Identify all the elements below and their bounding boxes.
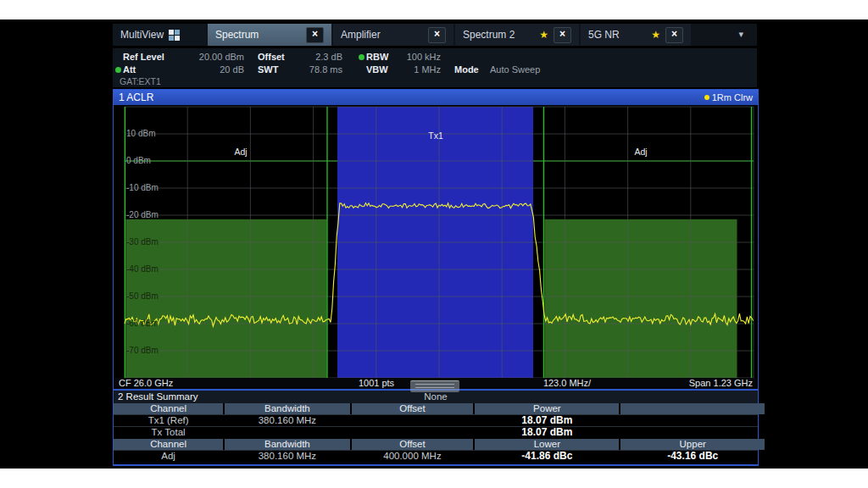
tab-amplifier-label: Amplifier (341, 29, 381, 41)
ref-level-label[interactable]: Ref Level (123, 52, 170, 62)
tab-spectrum2-label: Spectrum 2 (463, 29, 515, 41)
offset-label[interactable]: Offset (258, 52, 298, 62)
trace-color-dot-icon (704, 95, 709, 100)
trace-mode-label: 1Rm Clrw (704, 92, 753, 103)
aclr-window: 1 ACLR 1Rm Clrw 10 dBm 0 dBm -10 dBm -20… (113, 89, 759, 390)
settings-bar: Ref Level 20.00 dBm Offset 2.3 dB RBW 10… (113, 48, 757, 87)
txtotal-empty-cell (620, 427, 764, 438)
tab-spectrum2-modified-star-icon: ★ (539, 30, 548, 40)
adj-channel-cell: Adj (114, 451, 223, 462)
result-summary-window: 2 Result Summary None Channel Bandwidth … (113, 390, 759, 466)
tab-spectrum2-close-icon[interactable]: × (554, 27, 571, 43)
span-readout[interactable]: Span 1.23 GHz (689, 378, 753, 389)
adj-header-upper: Upper (620, 439, 764, 450)
ref-level-value[interactable]: 20.00 dBm (170, 52, 244, 62)
tx-table-header: Channel Bandwidth Offset Power (114, 403, 758, 414)
tab-bar: MultiView Spectrum × Amplifier × Spectru… (113, 24, 757, 46)
settings-row-2: Att 20 dB SWT 78.8 ms VBW 1 MHz Mode Aut… (113, 64, 757, 75)
swt-value[interactable]: 78.8 ms (298, 64, 342, 75)
tab-5gnr-close-icon[interactable]: × (665, 27, 683, 43)
window-splitter-handle[interactable] (410, 380, 459, 392)
table-row-txtotal: Tx Total 18.07 dBm (114, 426, 758, 438)
tx-header-power: Power (475, 403, 619, 414)
tx-header-empty (620, 403, 764, 414)
tab-spectrum-label: Spectrum (215, 29, 259, 41)
y-tick-m30dbm: -30 dBm (126, 236, 159, 247)
mode-value[interactable]: Auto Sweep (490, 64, 540, 75)
center-frequency-readout[interactable]: CF 26.0 GHz (119, 378, 173, 389)
y-tick-m20dbm: -20 dBm (126, 209, 159, 220)
tab-spectrum-close-icon[interactable]: × (306, 27, 324, 43)
tab-overflow-arrow-icon[interactable]: ▾ (738, 29, 743, 40)
tab-amplifier[interactable]: Amplifier × (333, 24, 453, 46)
offset-value[interactable]: 2.3 dB (298, 52, 342, 62)
txtotal-power-cell: 18.07 dBm (475, 427, 619, 438)
multiview-grid-icon (169, 30, 180, 41)
adj-header-channel: Channel (114, 439, 223, 450)
txtotal-offset-cell (352, 427, 474, 438)
splitter-none-label[interactable]: None (385, 391, 487, 403)
tab-multiview[interactable]: MultiView (113, 24, 206, 46)
adj-right-channel-label: Adj (607, 147, 675, 157)
y-tick-m40dbm: -40 dBm (126, 263, 159, 274)
txtotal-bandwidth-cell (225, 427, 349, 438)
result-summary-title: 2 Result Summary (118, 391, 198, 402)
y-tick-10dbm: 10 dBm (126, 128, 155, 139)
att-label[interactable]: Att (123, 64, 170, 75)
tab-5gnr-modified-star-icon: ★ (651, 30, 660, 40)
tab-spectrum2[interactable]: Spectrum 2 ★ × (455, 24, 579, 46)
gate-source-label: GAT:EXT1 (120, 76, 161, 86)
y-tick-m50dbm: -50 dBm (126, 291, 159, 302)
table-row-tx1: Tx1 (Ref) 380.160 MHz 18.07 dBm (114, 414, 758, 426)
tab-amplifier-close-icon[interactable]: × (428, 27, 446, 43)
tab-5gnr[interactable]: 5G NR ★ × (581, 24, 691, 46)
txtotal-channel-cell: Tx Total (114, 427, 223, 438)
tx-header-offset: Offset (352, 403, 474, 414)
tx1-empty-cell (620, 415, 764, 426)
tab-multiview-label: MultiView (120, 29, 164, 41)
y-tick-m70dbm: -70 dBm (126, 345, 159, 356)
adj-offset-cell: 400.000 MHz (352, 451, 474, 462)
vbw-label[interactable]: VBW (366, 64, 397, 75)
adj-upper-cell: -43.16 dBc (620, 451, 764, 462)
screenshot-root: MultiView Spectrum × Amplifier × Spectru… (0, 0, 868, 488)
tx-header-bandwidth: Bandwidth (225, 403, 349, 414)
rbw-value[interactable]: 100 kHz (397, 52, 441, 62)
att-status-dot-icon (115, 67, 121, 73)
y-tick-m10dbm: -10 dBm (126, 182, 159, 193)
aclr-window-title: 1 ACLR (119, 92, 153, 103)
rbw-status-dot-icon (359, 54, 364, 60)
tx1-bandwidth-cell: 380.160 MHz (225, 415, 349, 426)
rbw-label[interactable]: RBW (366, 52, 397, 62)
vbw-value[interactable]: 1 MHz (397, 64, 441, 75)
adj-left-channel-label: Adj (207, 147, 275, 157)
adj-bandwidth-cell: 380.160 MHz (225, 451, 349, 462)
adj-lower-cell: -41.86 dBc (475, 451, 619, 462)
adj-header-bandwidth: Bandwidth (225, 439, 349, 450)
adj-table-header: Channel Bandwidth Offset Lower Upper (114, 439, 758, 450)
aclr-window-title-bar[interactable]: 1 ACLR 1Rm Clrw (114, 90, 758, 105)
per-division-readout[interactable]: 123.0 MHz/ (512, 378, 622, 389)
adj-header-lower: Lower (475, 439, 619, 450)
mode-label[interactable]: Mode (454, 64, 488, 75)
tx1-channel-cell: Tx1 (Ref) (114, 415, 223, 426)
y-tick-0dbm: 0 dBm (126, 155, 151, 166)
tx1-power-cell: 18.07 dBm (475, 415, 619, 426)
tx-header-channel: Channel (114, 403, 223, 414)
table-row-adj: Adj 380.160 MHz 400.000 MHz -41.86 dBc -… (114, 450, 758, 462)
adj-header-offset: Offset (352, 439, 474, 450)
instrument-display-area: MultiView Spectrum × Amplifier × Spectru… (0, 19, 868, 469)
result-summary-title-bar[interactable]: 2 Result Summary None (114, 391, 758, 403)
swt-label[interactable]: SWT (258, 64, 298, 75)
spectrum-plot-area: 10 dBm 0 dBm -10 dBm -20 dBm -30 dBm -40… (114, 105, 758, 378)
att-value[interactable]: 20 dB (170, 64, 244, 75)
y-tick-m60dbm: -60 dBm (126, 318, 159, 329)
settings-row-1: Ref Level 20.00 dBm Offset 2.3 dB RBW 10… (113, 51, 757, 63)
tx1-channel-label: Tx1 (402, 130, 470, 141)
tx1-offset-cell (352, 415, 474, 426)
tab-spectrum[interactable]: Spectrum × (208, 24, 331, 46)
tab-5gnr-label: 5G NR (588, 29, 620, 41)
